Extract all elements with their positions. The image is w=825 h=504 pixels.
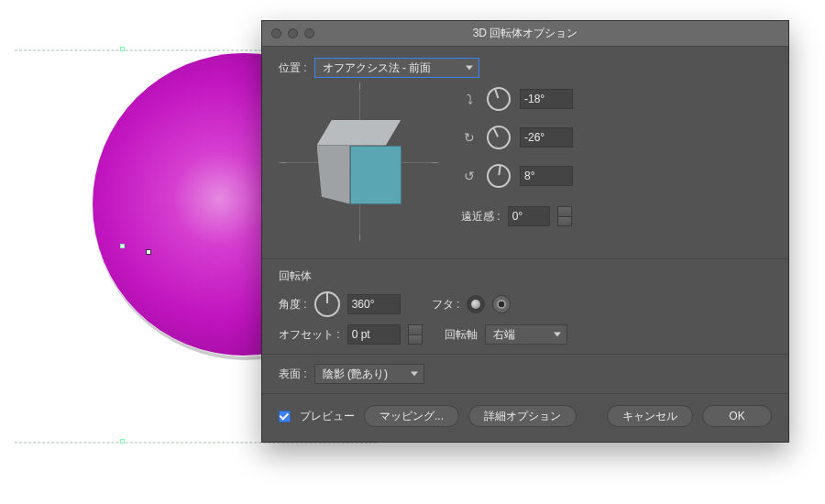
offset-label: オフセット : [279, 327, 340, 343]
surface-select[interactable]: 陰影 (艶あり) [314, 364, 424, 384]
rotate-x-input[interactable] [520, 89, 573, 109]
position-select[interactable]: オフアクシス法 - 前面 [314, 58, 479, 78]
perspective-input[interactable] [508, 206, 550, 226]
cube-icon[interactable] [317, 120, 402, 204]
selection-handle[interactable] [120, 439, 125, 444]
axis-label: 回転軸 [445, 327, 478, 343]
axis-value: 右端 [493, 327, 515, 343]
angle-input[interactable] [347, 294, 401, 314]
ok-button[interactable]: OK [702, 405, 772, 427]
cap-label: フタ : [432, 297, 460, 312]
cap-off-button[interactable] [492, 295, 511, 313]
close-dot[interactable] [271, 28, 281, 38]
cancel-button[interactable]: キャンセル [607, 405, 693, 427]
cube-face-front [350, 146, 402, 204]
anchor-point[interactable] [147, 250, 150, 254]
angle-dial[interactable] [314, 291, 340, 317]
offset-input[interactable] [347, 324, 401, 345]
cube-face-left [317, 146, 350, 204]
rotate-z-input[interactable] [520, 166, 573, 186]
revolve-section: 回転体 角度 : フタ : オフセット : 回転軸 右端 [262, 259, 788, 355]
offset-stepper[interactable] [408, 324, 423, 345]
position-label: 位置 : [279, 60, 307, 76]
preview-label: プレビュー [300, 409, 355, 424]
rotate-y-icon: ↻ [461, 130, 478, 145]
minimize-dot[interactable] [288, 28, 298, 38]
surface-label: 表面 : [279, 367, 307, 382]
dialog-footer: プレビュー マッピング... 詳細オプション キャンセル OK [262, 394, 788, 442]
preview-checkbox[interactable] [279, 411, 291, 422]
orientation-panel: ⤵ ↻ ↺ 遠近感 : [262, 78, 788, 259]
perspective-label: 遠近感 : [461, 209, 500, 225]
window-controls [271, 28, 314, 38]
advanced-button[interactable]: 詳細オプション [468, 405, 577, 427]
revolve-section-title: 回転体 [279, 268, 312, 284]
dialog-title: 3D 回転体オプション [473, 26, 578, 41]
rotate-z-dial[interactable] [487, 164, 511, 188]
rotate-x-dial[interactable] [487, 87, 511, 111]
zoom-dot[interactable] [304, 28, 314, 38]
rotate-y-input[interactable] [520, 127, 573, 148]
rotation-controls: ⤵ ↻ ↺ 遠近感 : [461, 82, 772, 242]
perspective-stepper[interactable] [557, 206, 572, 226]
selection-handle[interactable] [120, 244, 125, 248]
rotate-z-icon: ↺ [461, 169, 478, 183]
surface-value: 陰影 (艶あり) [323, 367, 388, 382]
cap-on-button[interactable] [467, 295, 485, 313]
dialog-titlebar[interactable]: 3D 回転体オプション [262, 21, 788, 47]
selection-handle[interactable] [120, 47, 125, 51]
rotation-cube-widget[interactable] [279, 82, 439, 242]
angle-label: 角度 : [279, 297, 307, 312]
position-value: オフアクシス法 - 前面 [323, 60, 432, 76]
rotate-x-icon: ⤵ [461, 92, 478, 106]
rotate-y-dial[interactable] [487, 126, 511, 149]
axis-select[interactable]: 右端 [485, 324, 567, 345]
surface-section: 表面 : 陰影 (艶あり) [262, 355, 788, 394]
mapping-button[interactable]: マッピング... [364, 405, 459, 427]
dialog-3d-revolve-options: 3D 回転体オプション 位置 : オフアクシス法 - 前面 ⤵ [261, 20, 789, 443]
cube-face-top [317, 120, 402, 146]
